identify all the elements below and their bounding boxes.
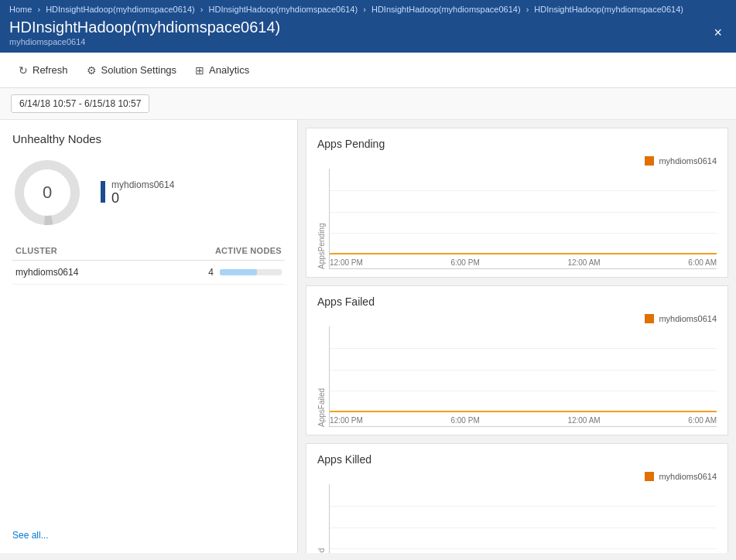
- analytics-icon: ⊞: [195, 64, 204, 77]
- grid-lines: [330, 169, 717, 254]
- legend-name: myhdioms0614: [659, 156, 717, 166]
- breadcrumb-sep1: ›: [37, 5, 43, 14]
- x-label-2: 12:00 AM: [567, 416, 600, 425]
- apps-failed-title: Apps Failed: [317, 295, 717, 308]
- chart-xaxis-failed: 12:00 PM 6:00 PM 12:00 AM 6:00 AM: [330, 415, 717, 426]
- page-title: HDInsightHadoop(myhdiomspace0614): [9, 19, 280, 36]
- legend-name: myhdioms0614: [659, 472, 717, 481]
- breadcrumb-sep3: ›: [363, 5, 368, 14]
- legend-text: myhdioms0614 0: [111, 179, 174, 207]
- refresh-label: Refresh: [33, 64, 68, 76]
- left-panel: Unhealthy Nodes 0 myhdioms0614 0: [0, 120, 298, 553]
- grid-line: [330, 528, 717, 528]
- grid-line: [330, 548, 717, 549]
- grid-lines: [330, 484, 717, 553]
- page-subtitle: myhdiomspace0614: [9, 37, 280, 46]
- see-all-link[interactable]: See all...: [12, 530, 285, 541]
- cluster-name-cell: myhdioms0614: [12, 261, 139, 285]
- right-panel: Apps Pending myhdioms0614 AppsPending 12…: [298, 120, 736, 553]
- unhealthy-nodes-title: Unhealthy Nodes: [12, 132, 285, 145]
- chart-area-failed: AppsFailed 12:00 PM 6:00 PM 12:00 AM 6:0…: [317, 326, 717, 427]
- y-axis-failed: AppsFailed: [317, 326, 326, 427]
- nodes-value: 4: [208, 267, 214, 278]
- bar-track: [220, 269, 282, 275]
- chart-xaxis-pending: 12:00 PM 6:00 PM 12:00 AM 6:00 AM: [330, 257, 717, 268]
- legend-item: myhdioms0614 0: [101, 179, 174, 207]
- active-nodes-cell: 4: [139, 261, 285, 285]
- breadcrumb-sep2: ›: [200, 5, 206, 14]
- refresh-icon: ↻: [19, 64, 28, 77]
- apps-killed-legend: myhdioms0614: [317, 472, 717, 481]
- grid-line: [330, 348, 717, 349]
- donut-value: 0: [43, 183, 52, 203]
- x-label-0: 12:00 PM: [330, 416, 363, 425]
- breadcrumb-sep4: ›: [526, 5, 532, 14]
- chart-area-pending: AppsPending 12:00 PM 6:00 PM 12:00 AM 6:…: [317, 169, 717, 269]
- solution-settings-button[interactable]: ⚙ Solution Settings: [79, 60, 185, 81]
- legend-cluster-value: 0: [111, 190, 174, 207]
- legend-cluster-name: myhdioms0614: [111, 179, 174, 190]
- apps-failed-card: Apps Failed myhdioms0614 AppsFailed 12:0…: [306, 285, 728, 435]
- date-bar: 6/14/18 10:57 - 6/15/18 10:57: [0, 88, 736, 120]
- grid-line: [330, 506, 717, 507]
- title-row: HDInsightHadoop(myhdiomspace0614) myhdio…: [9, 15, 727, 53]
- x-label-2: 12:00 AM: [567, 258, 600, 267]
- apps-pending-legend: myhdioms0614: [317, 156, 717, 166]
- breadcrumb: Home › HDInsightHadoop(myhdiomspace0614)…: [9, 0, 727, 15]
- date-range-pill[interactable]: 6/14/18 10:57 - 6/15/18 10:57: [11, 94, 149, 113]
- grid-line: [330, 391, 717, 391]
- analytics-button[interactable]: ⊞ Analytics: [187, 60, 257, 81]
- grid-line: [330, 190, 717, 191]
- refresh-button[interactable]: ↻ Refresh: [11, 60, 76, 81]
- cluster-table: CLUSTER ACTIVE NODES myhdioms0614 4: [12, 243, 285, 285]
- bar-container: 4: [142, 267, 282, 278]
- legend-color-bar: [101, 181, 105, 203]
- x-label-1: 6:00 PM: [450, 416, 479, 425]
- gear-icon: ⚙: [87, 64, 97, 77]
- apps-pending-card: Apps Pending myhdioms0614 AppsPending 12…: [306, 128, 728, 278]
- legend-color-box: [645, 314, 654, 323]
- donut-section: 0 myhdioms0614 0: [12, 158, 285, 227]
- apps-killed-card: Apps Killed myhdioms0614 AppsKilled 12:0…: [306, 443, 728, 553]
- x-label-3: 6:00 AM: [688, 258, 717, 267]
- x-label-1: 6:00 PM: [450, 258, 479, 267]
- y-axis-killed: AppsKilled: [317, 484, 326, 553]
- legend-color-box: [645, 472, 654, 481]
- col-cluster: CLUSTER: [12, 243, 139, 261]
- chart-area-killed: AppsKilled 12:00 PM 6:00 PM 12:00 AM 6:0…: [317, 484, 717, 553]
- analytics-label: Analytics: [209, 64, 249, 76]
- grid-lines: [330, 326, 717, 412]
- chart-inner-failed: 12:00 PM 6:00 PM 12:00 AM 6:00 AM: [329, 326, 717, 427]
- bar-fill: [220, 269, 257, 275]
- breadcrumb-item2[interactable]: HDInsightHadoop(myhdiomspace0614): [209, 5, 358, 14]
- chart-line-pending: [330, 253, 717, 254]
- chart-inner-pending: 12:00 PM 6:00 PM 12:00 AM 6:00 AM: [329, 169, 717, 269]
- grid-line: [330, 233, 717, 234]
- apps-pending-title: Apps Pending: [317, 138, 717, 150]
- donut-chart: 0: [12, 158, 82, 227]
- close-button[interactable]: ×: [709, 23, 727, 43]
- legend-color-box: [645, 156, 654, 166]
- chart-line-failed: [330, 411, 717, 412]
- grid-line: [330, 370, 717, 370]
- grid-line: [330, 212, 717, 213]
- table-row: myhdioms0614 4: [12, 261, 285, 285]
- solution-settings-label: Solution Settings: [101, 64, 177, 76]
- x-label-0: 12:00 PM: [330, 258, 363, 267]
- breadcrumb-item1[interactable]: HDInsightHadoop(myhdiomspace0614): [46, 5, 195, 14]
- chart-inner-killed: 12:00 PM 6:00 PM 12:00 AM 6:00 AM: [329, 484, 717, 553]
- toolbar: ↻ Refresh ⚙ Solution Settings ⊞ Analytic…: [0, 53, 736, 88]
- col-active-nodes: ACTIVE NODES: [139, 243, 285, 261]
- apps-failed-legend: myhdioms0614: [317, 314, 717, 323]
- breadcrumb-item3[interactable]: HDInsightHadoop(myhdiomspace0614): [371, 5, 521, 14]
- x-label-3: 6:00 AM: [688, 416, 717, 425]
- apps-killed-title: Apps Killed: [317, 453, 717, 466]
- breadcrumb-home[interactable]: Home: [9, 5, 32, 14]
- header: Home › HDInsightHadoop(myhdiomspace0614)…: [0, 0, 736, 53]
- main-content: Unhealthy Nodes 0 myhdioms0614 0: [0, 120, 736, 553]
- title-block: HDInsightHadoop(myhdiomspace0614) myhdio…: [9, 19, 280, 46]
- legend-name: myhdioms0614: [659, 314, 717, 323]
- breadcrumb-item4[interactable]: HDInsightHadoop(myhdiomspace0614): [534, 5, 683, 14]
- y-axis-pending: AppsPending: [317, 169, 326, 269]
